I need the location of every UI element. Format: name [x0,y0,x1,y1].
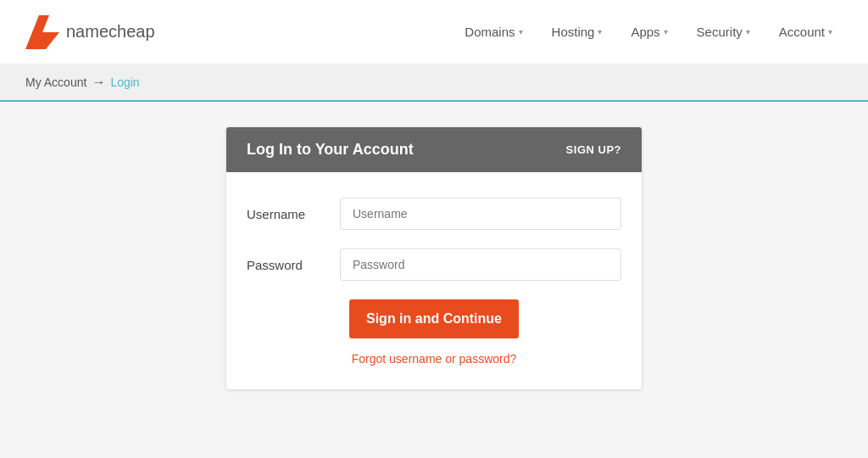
breadcrumb-separator: → [92,75,105,90]
main-content: Log In to Your Account SIGN UP? Username… [0,102,868,458]
nav-item-apps[interactable]: Apps ▾ [620,18,677,46]
breadcrumb-current: Login [110,75,139,89]
main-nav: Domains ▾ Hosting ▾ Apps ▾ Security ▾ Ac… [454,18,843,46]
chevron-down-icon: ▾ [519,27,523,36]
namecheap-logo-icon [25,15,59,49]
logo-text: namecheap [66,22,155,42]
chevron-down-icon: ▾ [746,27,750,36]
breadcrumb-bar: My Account → Login [0,64,868,102]
forgot-password-link[interactable]: Forgot username or password? [247,352,621,366]
chevron-down-icon: ▾ [828,27,832,36]
svg-marker-0 [25,15,59,49]
nav-item-security[interactable]: Security ▾ [687,18,760,46]
login-card: Log In to Your Account SIGN UP? Username… [226,127,642,389]
header: namecheap Domains ▾ Hosting ▾ Apps ▾ Sec… [0,0,868,64]
password-label: Password [247,258,340,272]
chevron-down-icon: ▾ [598,27,602,36]
logo-area[interactable]: namecheap [25,15,155,49]
username-input[interactable] [340,198,621,230]
breadcrumb-my-account: My Account [25,75,86,89]
card-title: Log In to Your Account [247,141,414,159]
nav-item-account[interactable]: Account ▾ [769,18,843,46]
nav-item-hosting[interactable]: Hosting ▾ [542,18,613,46]
card-header: Log In to Your Account SIGN UP? [226,127,642,172]
nav-item-domains[interactable]: Domains ▾ [454,18,532,46]
signin-button[interactable]: Sign in and Continue [349,299,519,338]
password-row: Password [247,249,621,281]
chevron-down-icon: ▾ [664,27,668,36]
password-input[interactable] [340,249,621,281]
username-label: Username [247,207,340,221]
signup-link[interactable]: SIGN UP? [566,143,621,156]
card-body: Username Password Sign in and Continue F… [226,172,642,389]
username-row: Username [247,198,621,230]
